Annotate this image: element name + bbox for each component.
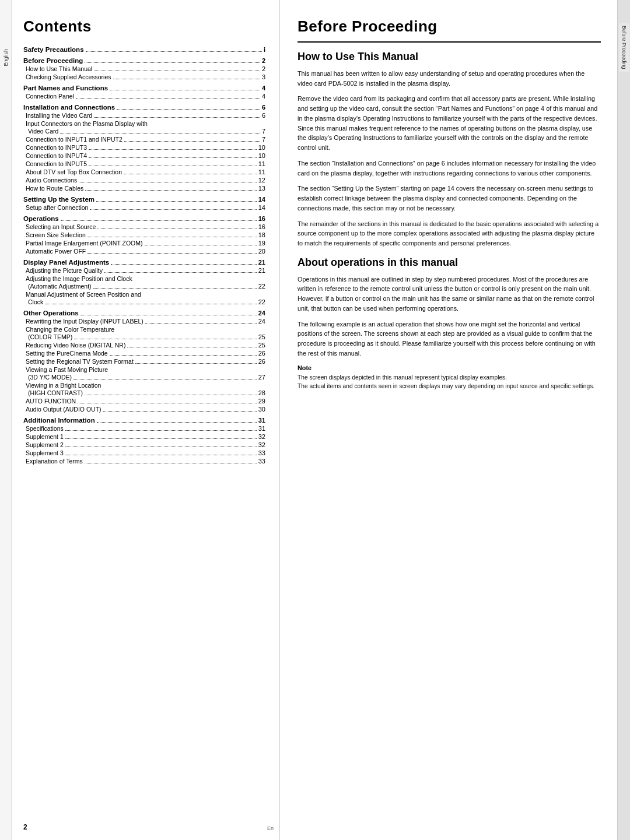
toc-sub-dots [93, 288, 257, 289]
toc-sub-page-num: 19 [258, 240, 265, 247]
toc-sub-dots [79, 182, 257, 182]
before-proceeding-title: Before Proceeding [298, 17, 601, 36]
toc-sub-page-num: 26 [258, 350, 265, 357]
toc-page-num: 31 [258, 417, 265, 424]
toc-sub-label: Reducing Video Noise (DIGITAL NR) [26, 342, 125, 349]
toc-sub-dots [124, 174, 257, 174]
toc-sub-dots [65, 430, 257, 431]
contents-column: Contents Safety Precautions iBefore Proc… [12, 0, 280, 840]
toc-sub-dots [94, 71, 260, 71]
toc-sub-entry: (COLOR TEMP) 25 [23, 333, 265, 341]
toc-sub-entry: Partial Image Enlargement (POINT ZOOM) 1… [23, 240, 265, 247]
note-section: Note The screen displays depicted in thi… [298, 364, 601, 391]
toc-sub-page-num: 33 [258, 449, 265, 456]
about-operations-body: Operations in this manual are outlined i… [298, 275, 601, 359]
toc-sub-page-num: 24 [258, 318, 265, 325]
before-proceeding-column: Before Proceeding How to Use This Manual… [280, 0, 617, 840]
toc-sub-entry: Clock 22 [23, 298, 265, 306]
before-proceeding-tab-label: Before Proceeding [619, 23, 629, 72]
toc-sub-label: Clock [28, 298, 43, 305]
toc-sub-entry: Setting the PureCinema Mode 26 [23, 350, 265, 357]
toc-sub-entry: Manual Adjustment of Screen Position and [23, 291, 265, 298]
toc-label: Operations [23, 215, 59, 222]
toc-section: Before Proceeding 2How to Use This Manua… [23, 57, 265, 81]
toc-sub-dots [74, 379, 257, 379]
toc-sub-entry: (HIGH CONTRAST) 28 [23, 389, 265, 397]
toc-sub-entry: AUTO FUNCTION 29 [23, 398, 265, 405]
toc-sub-entry: Video Card 7 [23, 128, 265, 135]
toc-sub-entry: Adjusting the Image Position and Clock [23, 275, 265, 282]
toc-sub-dots [60, 133, 260, 133]
toc-page-num: 2 [262, 57, 265, 64]
toc-sub-page-num: 4 [262, 93, 265, 100]
toc-page-num: 4 [262, 85, 265, 92]
toc-sub-label: About DTV set Top Box Connection [26, 168, 122, 175]
toc-sub-page-num: 27 [258, 374, 265, 381]
toc-sub-entry: Audio Connections 12 [23, 177, 265, 184]
toc-sub-page-num: 18 [258, 231, 265, 238]
toc-sub-entry: Automatic Power OFF 20 [23, 248, 265, 255]
toc-main-entry: Additional Information 31 [23, 417, 265, 424]
toc-sub-page-num: 7 [262, 136, 265, 143]
toc-sub-entry: Audio Output (AUDIO OUT) 30 [23, 406, 265, 413]
toc-sub-label: Supplement 1 [26, 433, 64, 440]
toc-page-num: 24 [258, 310, 265, 317]
toc-sub-label: How to Route Cables [26, 185, 83, 192]
toc-label: Safety Precautions [23, 46, 84, 53]
toc-sub-dots [65, 447, 257, 447]
toc-sub-label: Supplement 2 [26, 441, 64, 448]
toc-sub-page-num: 31 [258, 425, 265, 432]
toc-dots [117, 109, 260, 110]
toc-label: Before Proceeding [23, 57, 83, 64]
toc-sub-page-num: 22 [258, 283, 265, 290]
toc-sub-page-num: 7 [262, 128, 265, 135]
toc-sub-entry: (Automatic Adjustment) 22 [23, 283, 265, 290]
toc-dots [97, 422, 257, 423]
english-tab-label: English [1, 47, 11, 69]
toc-sub-entry: Supplement 1 32 [23, 433, 265, 441]
toc-sub-entry: Reducing Video Noise (DIGITAL NR) 25 [23, 342, 265, 349]
toc-sub-dots [104, 272, 257, 273]
toc-label: Setting Up the System [23, 196, 94, 203]
toc-label: Display Panel Adjustments [23, 259, 109, 266]
toc-section: Setting Up the System 14Setup after Conn… [23, 196, 265, 212]
toc-sub-page-num: 26 [258, 358, 265, 365]
toc-section: Display Panel Adjustments 21Adjusting th… [23, 259, 265, 306]
toc-section: Installation and Connections 6Installing… [23, 104, 265, 192]
toc-sub-page-num: 29 [258, 398, 265, 405]
toc-main-entry: Setting Up the System 14 [23, 196, 265, 203]
toc-sub-entry: How to Route Cables 13 [23, 185, 265, 192]
toc-dots [85, 62, 260, 63]
toc-sub-page-num: 32 [258, 433, 265, 440]
toc-sub-dots [124, 141, 260, 142]
toc-sub-dots [74, 339, 257, 339]
toc-sub-dots [127, 347, 256, 347]
toc-sub-dots [89, 157, 257, 158]
toc-sub-label: Connection to INPUT3 [26, 144, 87, 151]
toc-sub-label: Video Card [28, 128, 58, 135]
toc-sub-dots [110, 355, 257, 356]
note-body: The screen displays depicted in this man… [298, 373, 601, 391]
title-divider [298, 41, 601, 43]
toc-sub-label: (Automatic Adjustment) [28, 283, 92, 290]
toc-sub-label: Partial Image Enlargement (POINT ZOOM) [26, 240, 143, 247]
toc-sub-label: Adjusting the Picture Quality [26, 267, 103, 274]
toc-sub-entry: Changing the Color Temperature [23, 326, 265, 333]
toc-page-num: 21 [258, 259, 265, 266]
toc-section: Operations 16Selecting an Input Source 1… [23, 215, 265, 255]
page-number-left: 2 [23, 823, 27, 831]
toc-sub-dots [89, 166, 257, 166]
about-operations-paragraph: Operations in this manual are outlined i… [298, 275, 601, 314]
toc-sub-label: Specifications [26, 425, 64, 432]
toc-sub-page-num: 16 [258, 223, 265, 230]
toc-sub-entry: Explanation of Terms 33 [23, 458, 265, 465]
toc-sub-entry: Connection Panel 4 [23, 93, 265, 100]
toc-sub-entry: Screen Size Selection 18 [23, 231, 265, 239]
toc-main-entry: Part Names and Functions 4 [23, 85, 265, 92]
toc-label: Part Names and Functions [23, 85, 108, 92]
toc-sub-label: Rewriting the Input Display (INPUT LABEL… [26, 318, 144, 325]
toc-sub-label: Connection Panel [26, 93, 74, 100]
toc-sub-label: Setting the PureCinema Mode [26, 350, 108, 357]
toc-sub-entry: Connection to INPUT3 10 [23, 144, 265, 152]
toc-sub-label: (3D Y/C MODE) [28, 374, 72, 381]
